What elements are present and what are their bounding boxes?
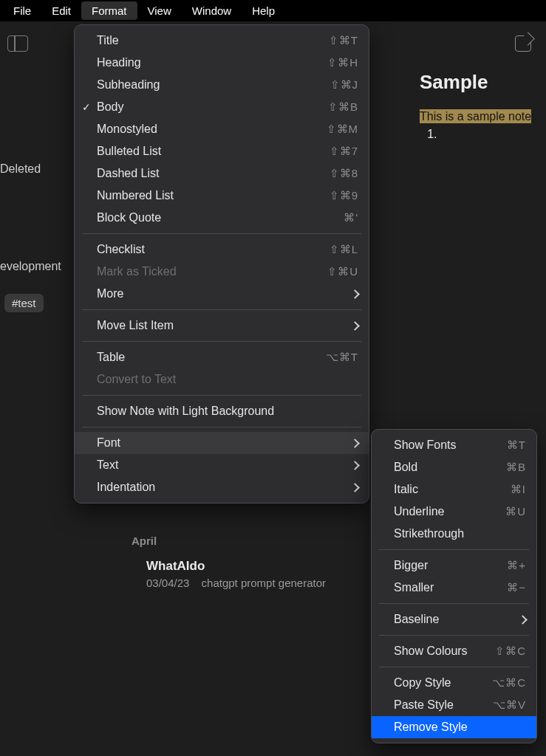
format-menu-item-heading[interactable]: Heading⇧⌘H — [75, 52, 369, 74]
font-menu-item-strikethrough[interactable]: Strikethrough — [372, 523, 536, 545]
font-menu-separator — [379, 549, 529, 550]
format-menu-item-numbered-list[interactable]: Numbered List⇧⌘9 — [75, 185, 369, 207]
compose-note-icon[interactable] — [515, 35, 531, 52]
sidebar-item-development[interactable]: evelopment — [0, 260, 61, 273]
keyboard-shortcut: ⌥⌘V — [493, 698, 526, 712]
format-menu: Title⇧⌘THeading⇧⌘HSubheading⇧⌘JBody⇧⌘BMo… — [74, 24, 369, 504]
note-ordered-list[interactable] — [440, 128, 546, 141]
font-menu-item-label: Paste Style — [394, 698, 454, 712]
format-menu-item-bulleted-list[interactable]: Bulleted List⇧⌘7 — [75, 140, 369, 162]
keyboard-shortcut: ⌘I — [511, 483, 526, 496]
font-menu-item-label: Baseline — [394, 613, 439, 626]
font-menu-item-label: Underline — [394, 505, 444, 518]
sidebar-toggle-icon[interactable] — [7, 35, 28, 52]
font-menu-separator — [379, 603, 529, 604]
format-menu-item-table[interactable]: Table⌥⌘T — [75, 346, 369, 368]
chevron-right-icon — [352, 319, 358, 332]
note-card-title[interactable]: WhatAIdo — [146, 559, 386, 574]
note-list-item[interactable] — [440, 128, 546, 141]
font-menu-item-label: Show Fonts — [394, 439, 456, 452]
font-menu-item-label: Smaller — [394, 581, 434, 594]
font-menu-item-bold[interactable]: Bold⌘B — [372, 456, 536, 478]
font-menu-separator — [379, 667, 529, 667]
note-list: April WhatAIdo 03/04/23 chatgpt prompt g… — [120, 535, 386, 589]
chevron-right-icon — [519, 613, 526, 626]
chevron-right-icon — [352, 458, 358, 472]
font-menu-item-copy-style[interactable]: Copy Style⌥⌘C — [372, 672, 536, 694]
menu-view[interactable]: View — [137, 1, 182, 20]
format-menu-item-checklist[interactable]: Checklist⇧⌘L — [75, 238, 369, 261]
font-menu-item-underline[interactable]: Underline⌘U — [372, 501, 536, 523]
keyboard-shortcut: ⇧⌘L — [330, 243, 358, 256]
note-card-date: 03/04/23 — [146, 577, 189, 589]
format-menu-separator — [82, 341, 361, 342]
format-menu-item-text[interactable]: Text — [75, 454, 369, 476]
font-menu-item-bigger[interactable]: Bigger⌘+ — [372, 554, 536, 577]
font-menu-item-baseline[interactable]: Baseline — [372, 608, 536, 630]
format-menu-separator — [82, 395, 361, 396]
format-menu-item-subheading[interactable]: Subheading⇧⌘J — [75, 74, 369, 96]
format-menu-separator — [82, 427, 361, 427]
format-menu-item-more[interactable]: More — [75, 283, 369, 305]
format-menu-item-show-note-with-light-background[interactable]: Show Note with Light Background — [75, 400, 369, 422]
keyboard-shortcut: ⌘' — [344, 211, 358, 224]
chevron-right-icon — [352, 481, 358, 494]
format-menu-item-move-list-item[interactable]: Move List Item — [75, 315, 369, 337]
format-menu-item-label: Bulleted List — [97, 145, 161, 158]
keyboard-shortcut: ⌘U — [505, 505, 526, 518]
note-card-preview: chatgpt prompt generator — [202, 577, 326, 589]
menu-bar: FileEditFormatViewWindowHelp — [0, 0, 546, 21]
keyboard-shortcut: ⌘T — [507, 439, 526, 452]
font-menu-item-show-fonts[interactable]: Show Fonts⌘T — [372, 434, 536, 456]
format-menu-item-monostyled[interactable]: Monostyled⇧⌘M — [75, 118, 369, 140]
format-menu-item-label: Text — [97, 458, 118, 472]
keyboard-shortcut: ⇧⌘7 — [330, 145, 358, 158]
font-menu-item-italic[interactable]: Italic⌘I — [372, 478, 536, 501]
keyboard-shortcut: ⇧⌘8 — [330, 167, 358, 180]
keyboard-shortcut: ⇧⌘B — [328, 100, 358, 114]
font-menu-separator — [379, 635, 529, 636]
note-editor[interactable]: Sample This is a sample note — [420, 71, 546, 141]
font-menu-item-label: Bigger — [394, 559, 428, 572]
font-menu-item-label: Show Colours — [394, 645, 468, 658]
format-menu-item-label: Dashed List — [97, 167, 160, 180]
format-menu-item-block-quote[interactable]: Block Quote⌘' — [75, 207, 369, 229]
font-menu-item-paste-style[interactable]: Paste Style⌥⌘V — [372, 694, 536, 716]
keyboard-shortcut: ⇧⌘C — [495, 645, 526, 658]
format-menu-item-label: Numbered List — [97, 189, 174, 202]
note-card-subtitle: 03/04/23 chatgpt prompt generator — [146, 577, 386, 589]
format-menu-item-font[interactable]: Font — [75, 432, 369, 454]
format-menu-item-body[interactable]: Body⇧⌘B — [75, 96, 369, 118]
note-title[interactable]: Sample — [420, 71, 546, 94]
format-menu-item-label: Heading — [97, 56, 141, 69]
format-menu-item-title[interactable]: Title⇧⌘T — [75, 30, 369, 52]
format-menu-item-mark-as-ticked: Mark as Ticked⇧⌘U — [75, 261, 369, 283]
format-menu-item-label: Title — [97, 34, 119, 47]
keyboard-shortcut: ⌥⌘T — [326, 351, 358, 364]
format-menu-item-label: Convert to Text — [97, 373, 176, 386]
chevron-right-icon — [352, 287, 358, 300]
menu-format[interactable]: Format — [81, 1, 137, 20]
note-highlighted-text[interactable]: This is a sample note — [420, 109, 531, 123]
format-menu-item-label: Monostyled — [97, 123, 157, 136]
font-menu-item-label: Remove Style — [394, 721, 468, 734]
menu-help[interactable]: Help — [242, 1, 285, 20]
keyboard-shortcut: ⇧⌘T — [329, 34, 358, 47]
font-menu-item-remove-style[interactable]: Remove Style — [372, 716, 536, 738]
font-menu-item-label: Copy Style — [394, 676, 451, 690]
keyboard-shortcut: ⌥⌘C — [492, 676, 526, 690]
format-menu-item-indentation[interactable]: Indentation — [75, 476, 369, 498]
format-menu-item-label: Mark as Ticked — [97, 265, 177, 278]
menu-file[interactable]: File — [3, 1, 41, 20]
font-menu-item-smaller[interactable]: Smaller⌘− — [372, 577, 536, 599]
format-menu-item-label: Font — [97, 436, 120, 450]
menu-window[interactable]: Window — [182, 1, 242, 20]
format-menu-item-label: Show Note with Light Background — [97, 405, 274, 418]
font-menu-item-show-colours[interactable]: Show Colours⇧⌘C — [372, 640, 536, 662]
menu-edit[interactable]: Edit — [41, 1, 81, 20]
sidebar-item-recently-deleted[interactable]: Deleted — [0, 162, 41, 176]
keyboard-shortcut: ⇧⌘U — [327, 265, 358, 278]
format-menu-item-dashed-list[interactable]: Dashed List⇧⌘8 — [75, 162, 369, 185]
keyboard-shortcut: ⇧⌘M — [327, 123, 359, 136]
tag-chip-test[interactable]: #test — [4, 294, 44, 312]
